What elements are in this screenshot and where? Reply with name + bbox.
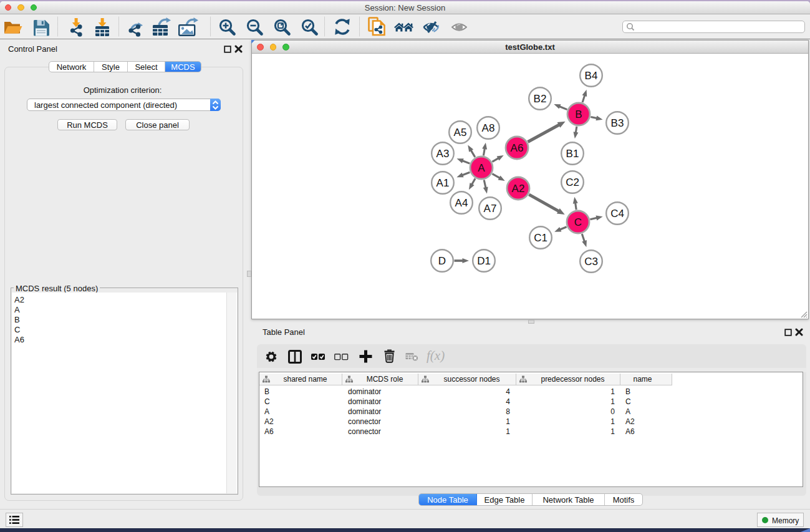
svg-text:A8: A8 [482,122,495,134]
svg-text:B3: B3 [611,117,624,129]
svg-text:C2: C2 [566,177,579,188]
svg-text:D1: D1 [477,255,491,267]
svg-text:A5: A5 [454,127,467,138]
svg-text:B: B [575,109,582,120]
svg-text:A4: A4 [455,197,468,209]
svg-text:A: A [478,162,485,174]
svg-text:C4: C4 [610,208,624,220]
svg-text:D: D [438,255,446,267]
svg-text:C3: C3 [584,256,598,268]
svg-text:B2: B2 [534,93,547,105]
svg-text:B4: B4 [585,70,598,82]
svg-text:A6: A6 [511,142,524,154]
svg-text:C: C [574,216,582,228]
svg-text:A3: A3 [436,148,450,160]
svg-text:A1: A1 [436,177,450,189]
svg-text:A7: A7 [484,203,497,215]
svg-text:C1: C1 [534,232,547,244]
svg-text:A2: A2 [512,183,525,195]
svg-text:B1: B1 [566,148,579,160]
